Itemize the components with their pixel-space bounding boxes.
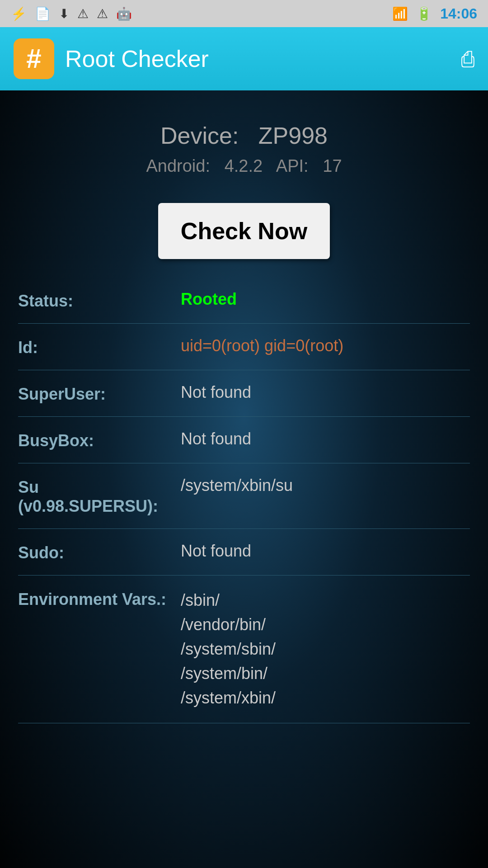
app-icon: # xyxy=(14,38,54,79)
download-icon: ⬇ xyxy=(59,6,69,21)
sudo-label: Sudo: xyxy=(18,542,172,562)
env-vars-row: Environment Vars.: /sbin/ /vendor/bin/ /… xyxy=(18,576,470,723)
id-row: Id: uid=0(root) gid=0(root) xyxy=(18,324,470,370)
su-value: /system/xbin/su xyxy=(172,476,470,495)
status-time: 14:06 xyxy=(440,5,477,22)
app-title: Root Checker xyxy=(65,45,209,72)
api-label: API: xyxy=(276,156,309,175)
android-info-row: Android: 4.2.2 API: 17 xyxy=(18,156,470,176)
status-value: Rooted xyxy=(172,290,470,309)
file-icon: 📄 xyxy=(35,6,51,21)
device-name-label: Device: ZP998 xyxy=(18,122,470,149)
device-value: ZP998 xyxy=(258,123,328,149)
busybox-label: BusyBox: xyxy=(18,429,172,450)
env-vars-value: /sbin/ /vendor/bin/ /system/sbin/ /syste… xyxy=(172,588,470,710)
android-icon: 🤖 xyxy=(116,6,132,21)
share-icon[interactable]: ⎙ xyxy=(461,47,474,71)
id-value: uid=0(root) gid=0(root) xyxy=(172,336,470,355)
wifi-icon: 📶 xyxy=(392,6,408,21)
hash-symbol: # xyxy=(26,45,41,72)
su-label: Su (v0.98.SUPERSU): xyxy=(18,476,172,516)
su-row: Su (v0.98.SUPERSU): /system/xbin/su xyxy=(18,463,470,529)
env-vars-label: Environment Vars.: xyxy=(18,588,172,609)
status-row: Status: Rooted xyxy=(18,277,470,324)
device-info: Device: ZP998 Android: 4.2.2 API: 17 xyxy=(18,108,470,185)
sudo-row: Sudo: Not found xyxy=(18,529,470,576)
sudo-value: Not found xyxy=(172,542,470,561)
android-label: Android: xyxy=(146,156,210,175)
usb-icon: ⚡ xyxy=(11,6,27,21)
warning-icon-1: ⚠ xyxy=(77,6,89,21)
main-content: Device: ZP998 Android: 4.2.2 API: 17 Che… xyxy=(0,90,488,868)
device-label: Device: xyxy=(160,123,239,149)
status-bar-right-icons: 📶 🔋 14:06 xyxy=(392,5,477,22)
superuser-label: SuperUser: xyxy=(18,383,172,404)
info-rows-container: Status: Rooted Id: uid=0(root) gid=0(roo… xyxy=(18,277,470,723)
status-label: Status: xyxy=(18,290,172,311)
battery-icon: 🔋 xyxy=(416,6,432,21)
content-spacer xyxy=(18,723,470,868)
warning-icon-2: ⚠ xyxy=(97,6,108,21)
api-level: 17 xyxy=(323,156,342,175)
status-bar-left-icons: ⚡ 📄 ⬇ ⚠ ⚠ 🤖 xyxy=(11,6,132,21)
app-toolbar: # Root Checker ⎙ xyxy=(0,27,488,90)
android-version: 4.2.2 xyxy=(225,156,263,175)
superuser-row: SuperUser: Not found xyxy=(18,370,470,417)
toolbar-left: # Root Checker xyxy=(14,38,209,79)
busybox-row: BusyBox: Not found xyxy=(18,417,470,463)
check-now-button[interactable]: Check Now xyxy=(158,203,330,259)
superuser-value: Not found xyxy=(172,383,470,402)
status-bar: ⚡ 📄 ⬇ ⚠ ⚠ 🤖 📶 🔋 14:06 xyxy=(0,0,488,27)
busybox-value: Not found xyxy=(172,429,470,448)
id-label: Id: xyxy=(18,336,172,357)
